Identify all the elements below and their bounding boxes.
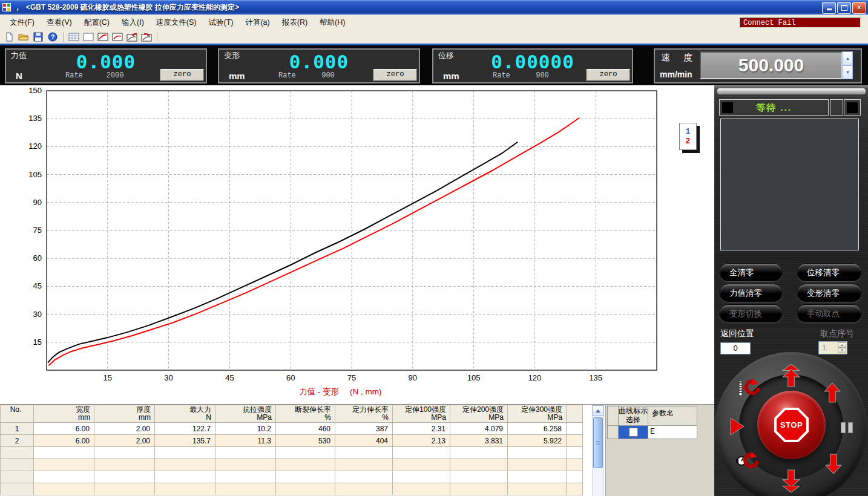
speed-title: 速 度 [661, 52, 698, 64]
menu-item[interactable]: 帮助(H) [314, 16, 351, 30]
stop-button[interactable]: STOP [774, 408, 809, 442]
new-file-icon[interactable] [3, 31, 15, 42]
jog-control-dial: STOP [715, 352, 867, 496]
svg-text:30: 30 [33, 310, 42, 319]
report-icon[interactable] [82, 31, 94, 42]
table-row[interactable] [1, 459, 583, 471]
table-row[interactable]: 26.002.00135.711.35304042.133.8315.922 [1, 435, 583, 447]
point-index-input: 1 ▲▼ [818, 341, 847, 354]
panel-rate-value: 2000 [79, 71, 151, 80]
table-header-cell: 定伸200强度MPa [450, 405, 508, 423]
close-button[interactable]: × [852, 2, 866, 14]
zero-button[interactable]: zero [373, 69, 417, 81]
down-arrow-icon[interactable] [825, 454, 842, 477]
speed-spin-up-icon[interactable]: ▲ [843, 51, 853, 65]
scrollbar-up-icon[interactable] [593, 405, 603, 416]
table-cell [567, 471, 583, 483]
table-cell: 3.831 [450, 435, 508, 447]
save-icon[interactable] [32, 31, 44, 42]
help-icon[interactable]: ? [47, 31, 59, 42]
restore-button[interactable] [837, 2, 851, 14]
message-display [720, 119, 859, 250]
table-header-cell: No. [1, 405, 34, 423]
panel-top-slider[interactable] [717, 88, 866, 95]
menu-item[interactable]: 计算(a) [239, 16, 275, 30]
table-cell [1, 459, 34, 471]
table-cell: 1 [1, 423, 34, 435]
zero-button[interactable]: zero [160, 69, 204, 81]
open-file-icon[interactable] [18, 31, 30, 42]
menu-item[interactable]: 查看(V) [41, 16, 78, 30]
svg-text:90: 90 [409, 373, 417, 382]
table-cell [508, 471, 567, 483]
table-cell [393, 483, 450, 495]
panel-button[interactable]: 全清零 [719, 263, 783, 281]
curve-legend[interactable]: 12 [679, 123, 697, 150]
table-cell [1, 447, 34, 459]
stop-dome[interactable]: STOP [757, 391, 826, 459]
table-header-cell: 定伸100强度MPa [393, 405, 450, 423]
curve-marker-checkbox[interactable] [629, 428, 638, 437]
menu-item[interactable]: 文件(F) [4, 16, 41, 30]
connection-status-badge: Connect Fail [740, 18, 861, 28]
table-cell [276, 459, 335, 471]
menu-item[interactable]: 速度文件(S) [150, 16, 203, 30]
svg-text:(N , mm): (N , mm) [350, 387, 381, 396]
table-row[interactable] [1, 447, 583, 459]
fast-down-arrow-icon[interactable] [782, 469, 800, 495]
return-position-input[interactable]: 0 [720, 342, 751, 354]
minimize-button[interactable] [822, 2, 836, 14]
svg-text:105: 105 [28, 170, 42, 179]
display-panel-2: 变形0.000mmRate900zero [218, 48, 420, 83]
export-curve-icon[interactable] [126, 31, 138, 42]
scrollbar-thumb[interactable] [593, 417, 603, 468]
jog-play-icon[interactable] [729, 417, 745, 438]
table-cell [567, 447, 583, 459]
table-cell: 2.13 [393, 435, 450, 447]
svg-text:135: 135 [589, 373, 602, 382]
table-cell [276, 471, 335, 483]
table-cell [94, 459, 155, 471]
up-arrow-icon[interactable] [824, 382, 841, 405]
results-table-grid: No.宽度mm厚度mm最大力N抗拉强度MPa断裂伸长率%定力伸长率%定伸100强… [0, 405, 583, 495]
speed-value-input[interactable]: 500.000 [700, 51, 843, 79]
pause-icon[interactable] [840, 422, 854, 436]
curve-view-icon[interactable] [97, 31, 109, 42]
table-scrollbar[interactable] [592, 405, 604, 496]
panel-button[interactable]: 位移清零 [797, 263, 862, 281]
point-index-spinner: ▲▼ [838, 342, 846, 353]
table-cell: 387 [335, 423, 393, 435]
point-spin-down-icon: ▼ [838, 348, 846, 353]
speed-gauge-up-icon[interactable] [738, 379, 760, 402]
table-row[interactable] [1, 471, 583, 483]
results-table: No.宽度mm厚度mm最大力N抗拉强度MPa断裂伸长率%定力伸长率%定伸100强… [0, 405, 583, 495]
zero-button[interactable]: zero [587, 69, 630, 81]
table-cell [94, 447, 155, 459]
title-bar: ， <GBT 528-2009 硫化橡胶或热塑性橡胶 拉伸应力应变性能的测定> … [0, 0, 868, 15]
table-row[interactable] [1, 483, 583, 495]
toolbar-separator [157, 32, 157, 42]
table-cell: 460 [276, 423, 335, 435]
table-row[interactable]: 16.002.00122.710.24603872.314.0796.258 [1, 423, 583, 435]
import-curve-icon[interactable] [140, 31, 153, 42]
menu-item[interactable]: 试验(T) [202, 16, 239, 30]
return-position-label: 返回位置 [720, 328, 754, 339]
panel-button: 变形切换 [719, 304, 783, 322]
curve-red-icon[interactable] [111, 31, 123, 42]
table-cell [215, 459, 276, 471]
menu-item[interactable]: 配置(C) [78, 16, 116, 30]
table-cell: 2 [1, 435, 34, 447]
table-cell: 404 [335, 435, 393, 447]
menu-item[interactable]: 输入(I) [116, 16, 150, 30]
speed-spin-down-icon[interactable]: ▼ [843, 65, 853, 79]
fast-up-arrow-icon[interactable] [782, 364, 800, 390]
param-name-cell[interactable]: E [648, 425, 697, 439]
speed-gauge-down-icon[interactable] [735, 451, 758, 474]
panel-button[interactable]: 变形清零 [797, 284, 862, 302]
svg-text:45: 45 [33, 281, 42, 290]
table-cell [335, 447, 393, 459]
menu-item[interactable]: 报表(R) [276, 16, 314, 30]
table-icon[interactable] [68, 31, 80, 42]
display-panel-3: 位移0.00000mmRate900zero [432, 48, 633, 83]
panel-button[interactable]: 力值清零 [719, 284, 783, 302]
